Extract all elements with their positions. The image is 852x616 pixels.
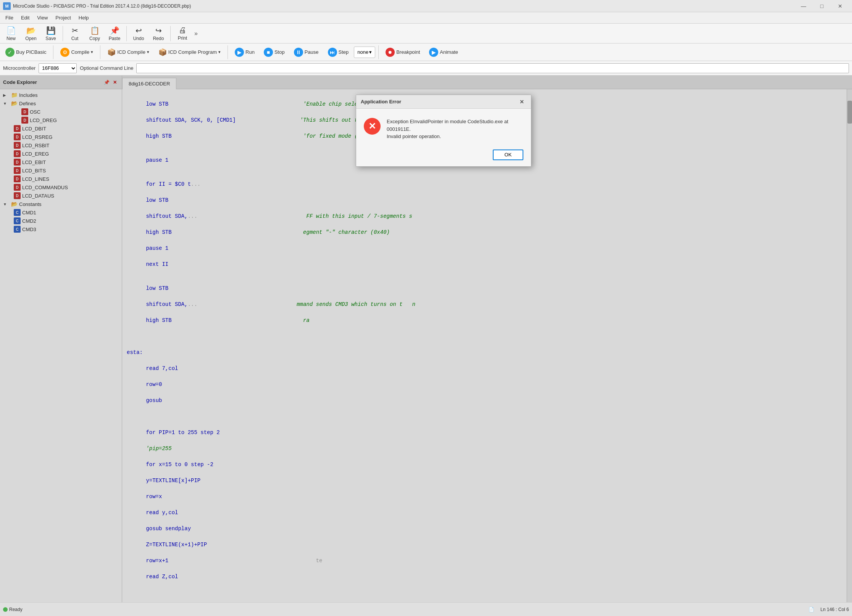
new-icon: 📄 [6,26,16,35]
breakpoint-icon: ⏺ [386,48,395,57]
menu-edit[interactable]: Edit [17,13,33,22]
copy-button[interactable]: 📋 Copy [85,25,104,42]
print-icon: 🖨 [177,26,188,35]
close-button[interactable]: ✕ [831,0,849,12]
redo-icon: ↪ [153,26,164,35]
toolbar2-sep-4 [378,45,379,59]
optional-cmd-label: Optional Command Line [80,65,133,71]
status-ready: Ready [3,607,23,612]
open-button[interactable]: 📂 Open [21,25,40,42]
status-indicator [3,607,8,612]
status-bar: Ready 📄 Ln 146 : Col 6 [0,602,852,616]
menu-help[interactable]: Help [75,13,93,22]
minimize-button[interactable]: — [795,0,812,12]
print-button[interactable]: 🖨 Print [173,25,192,42]
icd-compile-program-button[interactable]: 📦 ICD Compile Program ▾ [155,45,224,59]
run-icon: ▶ [235,48,244,57]
dialog-footer: OK [356,146,531,166]
secondary-toolbar: ✓ Buy PICBasic ⚙ Compile ▾ 📦 ICD Compile… [0,43,852,61]
toolbar-expand[interactable]: » [193,29,199,39]
animate-button[interactable]: ▶ Animate [425,45,462,59]
cursor-position: Ln 146 : Col 6 [820,607,849,612]
buy-picbasic-icon: ✓ [5,48,15,57]
buy-picbasic-button[interactable]: ✓ Buy PICBasic [2,45,50,59]
undo-button[interactable]: ↩ Undo [129,25,148,42]
run-label: Run [245,49,255,55]
copy-icon: 📋 [89,26,100,35]
animate-label: Animate [440,49,458,55]
menu-project[interactable]: Project [52,13,74,22]
dialog-message: Exception EInvalidPointer in module Code… [387,118,508,140]
status-right: 📄 Ln 146 : Col 6 [808,607,849,612]
none-dropdown-value: none [357,49,368,55]
undo-icon: ↩ [133,26,144,35]
redo-button[interactable]: ↪ Redo [149,25,168,42]
animate-icon: ▶ [429,48,438,57]
save-label: Save [45,36,56,41]
stop-button[interactable]: ■ Stop [260,45,289,59]
paste-label: Paste [109,36,121,41]
dialog-overlay: Application Error ✕ ✕ Exception EInvalid… [122,76,852,602]
application-error-dialog: Application Error ✕ ✕ Exception EInvalid… [356,95,531,167]
undo-label: Undo [133,36,144,41]
compile-icon: ⚙ [60,48,69,57]
position-icon: 📄 [808,607,814,612]
breakpoint-button[interactable]: ⏺ Breakpoint [382,45,424,59]
dialog-body: ✕ Exception EInvalidPointer in module Co… [356,109,531,146]
paste-button[interactable]: 📌 Paste [105,25,124,42]
step-icon: ⏭ [328,48,337,57]
buy-picbasic-label: Buy PICBasic [16,49,46,55]
toolbar-separator-1 [63,26,63,41]
toolbar-separator-2 [126,26,127,41]
pause-label: Pause [305,49,319,55]
stop-label: Stop [274,49,285,55]
main-area: Code Explorer 📌 ✕ ▶ 📁 Includes ▼ 📂 Defin… [0,76,852,602]
menu-bar: File Edit View Project Help [0,12,852,24]
dialog-message-line1: Exception EInvalidPointer in module Code… [387,118,508,125]
main-toolbar: 📄 New 📂 Open 💾 Save ✂ Cut 📋 Copy 📌 Paste… [0,24,852,43]
icd-compile-program-label: ICD Compile Program [168,49,217,55]
icd-compile-program-arrow[interactable]: ▾ [218,50,221,55]
stop-icon: ■ [264,48,273,57]
app-icon: M [3,2,11,10]
cut-button[interactable]: ✂ Cut [65,25,84,42]
step-button[interactable]: ⏭ Step [324,45,353,59]
print-label: Print [178,35,187,41]
save-button[interactable]: 💾 Save [41,25,60,42]
compile-button[interactable]: ⚙ Compile ▾ [56,45,97,59]
window-title: MicroCode Studio - PICBASIC PRO - Trial … [13,3,795,9]
title-bar: M MicroCode Studio - PICBASIC PRO - Tria… [0,0,852,12]
open-label: Open [25,36,36,41]
pause-button[interactable]: ⏸ Pause [290,45,323,59]
cut-icon: ✂ [69,26,80,35]
breakpoint-label: Breakpoint [396,49,420,55]
none-dropdown-arrow: ▾ [369,49,372,55]
copy-label: Copy [89,36,100,41]
dialog-error-icon: ✕ [364,118,381,135]
dialog-ok-button[interactable]: OK [493,150,523,160]
step-label: Step [339,49,349,55]
new-label: New [6,36,16,41]
redo-label: Redo [153,36,164,41]
compile-dropdown-arrow[interactable]: ▾ [91,50,93,55]
dialog-title-bar: Application Error ✕ [356,95,531,109]
status-ready-label: Ready [9,607,23,612]
icd-compile-label: ICD Compile [117,49,145,55]
mc-label: Microcontroller [3,65,36,71]
new-button[interactable]: 📄 New [2,25,21,42]
icd-compile-button[interactable]: 📦 ICD Compile ▾ [103,45,153,59]
window-controls: — □ ✕ [795,0,849,12]
mc-select[interactable]: 16F886 [39,63,77,73]
editor-area: 8dig16-DECODER low STB 'Enable chip sele… [122,76,852,602]
none-dropdown[interactable]: none ▾ [354,47,375,58]
open-icon: 📂 [26,26,36,35]
toolbar-separator-3 [170,26,171,41]
optional-cmd-input[interactable] [136,63,849,73]
run-button[interactable]: ▶ Run [231,45,258,59]
menu-view[interactable]: View [33,13,52,22]
dialog-close-button[interactable]: ✕ [517,97,526,106]
menu-file[interactable]: File [2,13,17,22]
maximize-button[interactable]: □ [813,0,831,12]
dialog-message-line3: Invalid pointer operation. [387,133,508,140]
icd-compile-arrow[interactable]: ▾ [147,50,149,55]
